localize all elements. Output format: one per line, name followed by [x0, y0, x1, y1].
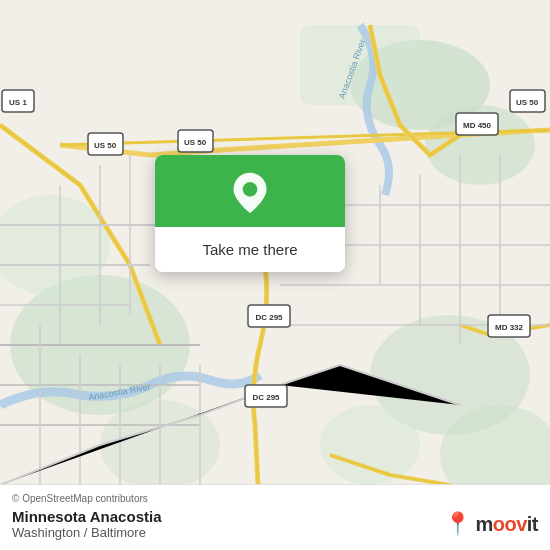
location-info: Minnesota Anacostia Washington / Baltimo…: [12, 508, 538, 540]
take-me-there-button[interactable]: Take me there: [155, 227, 345, 272]
moovit-brand-text: moovit: [475, 513, 538, 536]
map-svg: US 1 US 50 US 50 MD 450 US 50 DC 295 DC …: [0, 0, 550, 550]
location-name: Minnesota Anacostia: [12, 508, 161, 525]
svg-text:US 1: US 1: [9, 98, 27, 107]
popup-green-header: [155, 155, 345, 227]
moovit-logo: 📍 moovit: [444, 511, 538, 537]
moovit-pin-icon: 📍: [444, 511, 471, 537]
svg-rect-2: [300, 25, 420, 105]
svg-text:DC 295: DC 295: [252, 393, 280, 402]
map-attribution: © OpenStreetMap contributors: [12, 493, 538, 504]
attribution-text: © OpenStreetMap contributors: [12, 493, 148, 504]
svg-point-54: [243, 182, 258, 197]
svg-text:US 50: US 50: [184, 138, 207, 147]
bottom-bar: © OpenStreetMap contributors Minnesota A…: [0, 484, 550, 550]
location-popup: Take me there: [155, 155, 345, 272]
svg-text:DC 295: DC 295: [255, 313, 283, 322]
svg-text:MD 332: MD 332: [495, 323, 524, 332]
svg-point-7: [320, 405, 420, 485]
svg-text:US 50: US 50: [516, 98, 539, 107]
map-container: US 1 US 50 US 50 MD 450 US 50 DC 295 DC …: [0, 0, 550, 550]
svg-text:US 50: US 50: [94, 141, 117, 150]
svg-text:MD 450: MD 450: [463, 121, 492, 130]
location-text-group: Minnesota Anacostia Washington / Baltimo…: [12, 508, 161, 540]
location-pin-icon: [230, 173, 270, 213]
location-subtitle: Washington / Baltimore: [12, 525, 161, 540]
